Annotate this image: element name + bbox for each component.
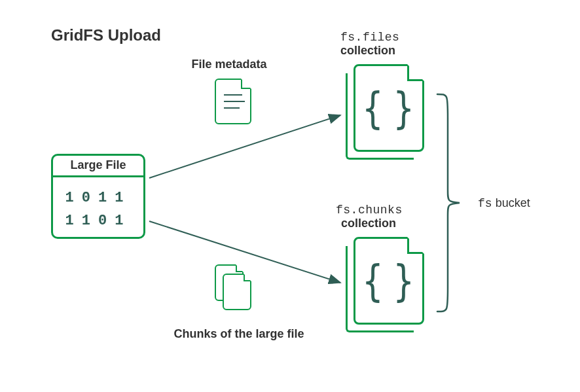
file-metadata-icon [215, 79, 251, 124]
page-icon [223, 274, 251, 310]
page-corner-icon [244, 274, 251, 281]
page-corner-icon [241, 79, 251, 89]
files-collection-word: collection [340, 44, 395, 57]
chunks-collection-label: fs.chunks collection [336, 203, 403, 230]
large-file-box: Large File 1011 1101 [51, 154, 145, 239]
json-doc-icon: {} [353, 64, 424, 152]
bucket-code: fs [478, 197, 492, 210]
braces-icon: {} [353, 257, 425, 306]
page-corner-icon [236, 264, 244, 272]
files-collection-icon: {} [346, 64, 424, 162]
text-line-icon [224, 107, 240, 109]
text-line-icon [224, 101, 245, 102]
text-line-icon [224, 94, 242, 96]
bucket-word: bucket [496, 196, 530, 209]
bits-row: 1101 [65, 213, 132, 229]
braces-icon: {} [353, 84, 425, 133]
large-file-header: Large File [53, 156, 143, 177]
bucket-label: fs bucket [478, 196, 530, 210]
metadata-label: File metadata [177, 58, 281, 71]
chunks-collection-word: collection [336, 217, 396, 230]
bits-row: 1011 [65, 190, 132, 206]
chunks-label: Chunks of the large file [160, 327, 317, 341]
chunks-icon [215, 264, 254, 312]
diagram-title: GridFS Upload [51, 26, 161, 45]
chunks-collection-code: fs.chunks [336, 204, 403, 217]
binary-data-icon: 1011 1101 [53, 177, 143, 239]
files-collection-code: fs.files [340, 31, 399, 44]
arrow-to-files [149, 115, 340, 178]
chunks-collection-icon: {} [346, 237, 424, 335]
files-collection-label: fs.files collection [340, 30, 399, 58]
page-corner-icon [407, 237, 424, 254]
curly-brace-icon [432, 92, 465, 314]
json-doc-icon: {} [353, 237, 424, 325]
page-corner-icon [407, 64, 424, 81]
